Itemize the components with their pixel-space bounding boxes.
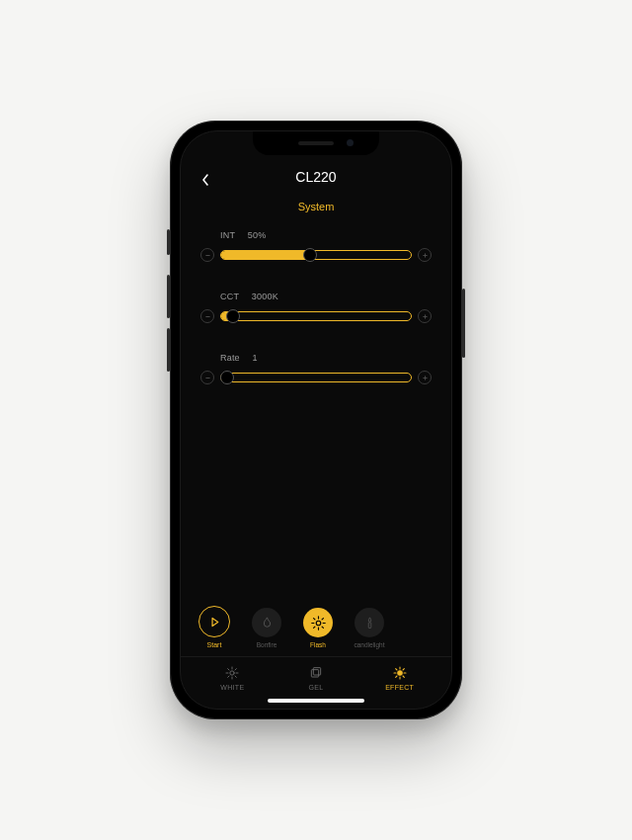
screen: CL220 System INT 50% (180, 130, 452, 710)
svg-line-25 (235, 676, 236, 677)
rate-slider-track[interactable] (220, 373, 412, 382)
svg-line-14 (313, 618, 314, 619)
svg-line-37 (395, 676, 396, 677)
tab-white[interactable]: WHITE (207, 665, 257, 691)
back-button[interactable] (197, 171, 214, 189)
phone-frame: CL220 System INT 50% (170, 121, 462, 719)
slider-rate-name: Rate (220, 353, 240, 363)
subtitle-link[interactable]: System (181, 201, 451, 212)
svg-point-9 (316, 621, 321, 626)
page-title: CL220 (181, 169, 451, 185)
svg-point-19 (230, 671, 234, 675)
tab-gel-label: GEL (309, 684, 324, 691)
effect-flash-label: Flash (310, 641, 326, 648)
svg-line-17 (322, 618, 323, 619)
start-button[interactable]: Start (198, 606, 230, 648)
slider-rate-label: Rate 1 (220, 353, 432, 363)
tab-effect[interactable]: EFFECT (375, 665, 425, 691)
svg-rect-29 (313, 668, 320, 675)
int-slider-thumb[interactable] (303, 248, 317, 262)
int-slider-fill (221, 251, 310, 259)
effect-bonfire-label: Bonfire (257, 641, 277, 648)
int-plus-button[interactable] (418, 248, 432, 262)
play-icon (208, 616, 221, 629)
slider-int-name: INT (220, 230, 235, 240)
effect-candlelight[interactable]: candlelight (349, 608, 390, 648)
tab-white-label: WHITE (220, 684, 244, 691)
svg-rect-28 (311, 670, 318, 677)
volume-up-button (167, 275, 170, 318)
slider-int-label: INT 50% (220, 230, 432, 240)
sun-fill-icon (392, 665, 408, 681)
plus-icon (422, 252, 429, 259)
svg-line-15 (322, 627, 323, 628)
slider-int-value: 50% (248, 230, 267, 240)
tab-effect-label: EFFECT (385, 684, 414, 691)
slider-cct-value: 3000K (252, 292, 278, 301)
svg-point-30 (397, 671, 402, 676)
mute-switch (167, 229, 170, 255)
candle-icon (362, 616, 377, 630)
home-indicator[interactable] (268, 699, 364, 703)
front-camera (347, 139, 354, 146)
minus-icon (204, 375, 211, 381)
power-button (462, 289, 465, 358)
int-slider-track[interactable] (220, 250, 412, 260)
cct-slider-track[interactable] (220, 311, 412, 321)
int-minus-button[interactable] (200, 248, 214, 262)
effect-flash[interactable]: Flash (297, 608, 339, 648)
spacer (181, 384, 451, 606)
plus-icon (422, 313, 429, 320)
svg-line-27 (235, 669, 236, 670)
sliders-panel: INT 50% CCT (181, 212, 451, 384)
slider-rate: Rate 1 (200, 353, 432, 384)
minus-icon (204, 252, 211, 259)
svg-rect-18 (368, 622, 371, 628)
cct-plus-button[interactable] (418, 309, 432, 323)
effect-candlelight-label: candlelight (354, 641, 384, 648)
rate-plus-button[interactable] (418, 371, 432, 384)
minus-icon (204, 313, 211, 320)
gel-icon (308, 665, 324, 681)
speaker-grille (298, 141, 334, 145)
svg-line-35 (395, 669, 396, 670)
chevron-left-icon (200, 173, 210, 187)
cct-slider-thumb[interactable] (226, 309, 240, 323)
slider-rate-value: 1 (253, 353, 258, 363)
svg-line-38 (403, 669, 404, 670)
svg-line-26 (228, 676, 229, 677)
start-label: Start (207, 641, 222, 648)
flash-icon (310, 615, 327, 631)
plus-icon (422, 375, 429, 381)
effect-bonfire[interactable]: Bonfire (246, 608, 287, 648)
cct-minus-button[interactable] (200, 309, 214, 323)
notch (253, 131, 379, 155)
svg-line-36 (403, 676, 404, 677)
slider-cct: CCT 3000K (200, 292, 432, 323)
sun-outline-icon (224, 665, 240, 681)
fire-icon (260, 616, 275, 630)
effects-row: Start Bonfire (181, 606, 451, 656)
slider-cct-name: CCT (220, 292, 239, 301)
rate-minus-button[interactable] (200, 371, 214, 384)
volume-down-button (167, 328, 170, 372)
slider-int: INT 50% (200, 230, 432, 262)
svg-line-16 (313, 627, 314, 628)
rate-slider-thumb[interactable] (220, 371, 234, 384)
svg-line-24 (228, 669, 229, 670)
tab-gel[interactable]: GEL (291, 665, 341, 691)
effects-list[interactable]: Bonfire (246, 608, 434, 648)
slider-cct-label: CCT 3000K (220, 292, 432, 301)
